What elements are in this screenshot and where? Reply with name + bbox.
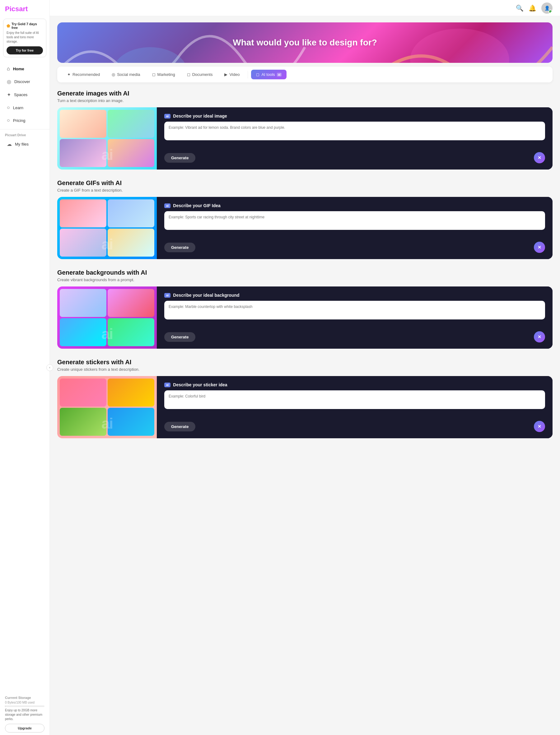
pricing-icon: ○ [7, 118, 10, 123]
gif-preview-img-3 [60, 229, 106, 257]
avatar-online-badge [548, 10, 552, 13]
video-icon: ▶ [224, 72, 227, 77]
try-gold-banner: ⬟ Try Gold 7 days free Enjoy the full su… [3, 19, 46, 57]
gif-input-label: Describe your GIF Idea [173, 203, 221, 208]
sidebar-item-my-files[interactable]: ☁ My files [2, 138, 48, 151]
sticker-ai-chip: ai [164, 382, 170, 387]
sticker-card-bottom: Generate ✕ [164, 421, 545, 432]
bg-preview-img-4 [108, 318, 154, 346]
app-logo: Picsart [0, 0, 49, 16]
tab-social-media[interactable]: ◎ Social media [107, 70, 145, 79]
sticker-preview-grid [60, 378, 154, 436]
gif-input-header: ai Describe your GIF Idea [164, 203, 545, 208]
ai-gif-card: ai ai Describe your GIF Idea Generate ✕ [57, 197, 553, 259]
avatar-initials: 👤 [544, 6, 550, 11]
discover-icon: ◎ [7, 79, 11, 85]
collapse-sidebar-button[interactable]: ‹ [46, 364, 53, 371]
preview-img-4 [108, 139, 154, 167]
storage-usage: 0 Bytes/100 MB used [5, 701, 44, 704]
avatar[interactable]: 👤 [541, 2, 553, 14]
drive-label: Picsart Drive [0, 132, 49, 138]
gif-ai-fab[interactable]: ✕ [534, 242, 545, 253]
preview-img-3 [60, 139, 106, 167]
sidebar-item-discover[interactable]: ◎ Discover [2, 75, 48, 88]
gif-prompt-input[interactable] [164, 211, 545, 230]
tab-video[interactable]: ▶ Video [219, 70, 245, 79]
try-free-button[interactable]: Try for free [7, 46, 43, 54]
ai-image-card: ai ai Describe your ideal image Generate… [57, 107, 553, 170]
marketing-icon: ◻ [152, 72, 156, 77]
bg-prompt-input[interactable] [164, 301, 545, 320]
tab-documents[interactable]: ◻ Documents [182, 70, 218, 79]
storage-bar-fill [5, 705, 5, 707]
section-heading-stickers: Generate stickers with AI [57, 359, 553, 366]
bell-icon[interactable]: 🔔 [529, 4, 536, 12]
tab-ai-tools[interactable]: ◻ AI tools ai [251, 70, 287, 79]
bg-generate-button[interactable]: Generate [164, 332, 195, 342]
upgrade-button[interactable]: Upgrade [5, 724, 44, 733]
sticker-card-preview: ai [57, 376, 157, 438]
image-generate-button[interactable]: Generate [164, 153, 195, 163]
topbar: 🔍 🔔 👤 [50, 0, 560, 16]
image-preview-grid [60, 110, 154, 167]
sticker-preview-img-4 [108, 408, 154, 436]
svg-point-1 [113, 47, 187, 63]
sticker-generate-button[interactable]: Generate [164, 422, 195, 431]
bg-card-input: ai Describe your ideal background Genera… [157, 287, 553, 349]
gif-ai-chip: ai [164, 204, 170, 208]
ai-tools-icon: ◻ [256, 72, 259, 77]
bg-ai-chip: ai [164, 293, 170, 298]
image-card-preview: ai [57, 107, 157, 170]
sticker-preview-img-1 [60, 378, 106, 406]
gif-preview-grid [60, 199, 154, 257]
sidebar-item-home[interactable]: ⌂ Home [2, 63, 48, 75]
bg-input-label: Describe your ideal background [173, 293, 239, 298]
image-input-header: ai Describe your ideal image [164, 114, 545, 119]
section-sub-images: Turn a text description into an image. [57, 98, 553, 103]
gold-icon: ⬟ [7, 24, 10, 28]
bg-card-bottom: Generate ✕ [164, 331, 545, 343]
gif-card-preview: ai [57, 197, 157, 259]
cloud-icon: ☁ [7, 141, 12, 147]
bg-input-header: ai Describe your ideal background [164, 293, 545, 298]
hero-title: What would you like to design for? [233, 38, 377, 48]
sticker-input-header: ai Describe your sticker idea [164, 382, 545, 387]
tab-marketing[interactable]: ◻ Marketing [147, 70, 180, 79]
sticker-prompt-input[interactable] [164, 390, 545, 409]
main-content: What would you like to design for? ✦ Rec… [50, 16, 560, 735]
sticker-input-label: Describe your sticker idea [173, 382, 227, 387]
logo-text: Picsart [5, 5, 28, 13]
bg-preview-grid [60, 289, 154, 346]
section-sub-stickers: Create unique stickers from a text descr… [57, 367, 553, 372]
storage-section: Current Storage 0 Bytes/100 MB used Enjo… [0, 693, 49, 735]
bg-ai-fab[interactable]: ✕ [534, 331, 545, 343]
section-sub-gifs: Create a GIF from a text description. [57, 188, 553, 193]
sidebar-item-pricing[interactable]: ○ Pricing [2, 114, 48, 127]
section-sub-backgrounds: Create vibrant backgrounds from a prompt… [57, 278, 553, 282]
sidebar-item-spaces[interactable]: ✦ Spaces [2, 88, 48, 101]
gif-preview-img-4 [108, 229, 154, 257]
gif-generate-button[interactable]: Generate [164, 243, 195, 252]
gif-card-bottom: Generate ✕ [164, 242, 545, 253]
preview-img-1 [60, 110, 106, 138]
sidebar: Picsart ⬟ Try Gold 7 days free Enjoy the… [0, 0, 50, 735]
hero-banner: What would you like to design for? [57, 22, 553, 63]
ai-chip: ai [164, 114, 170, 119]
current-storage-label: Current Storage [5, 696, 44, 700]
ai-badge: ai [277, 73, 282, 77]
tab-recommended[interactable]: ✦ Recommended [62, 70, 105, 79]
preview-img-2 [108, 110, 154, 138]
image-ai-fab[interactable]: ✕ [534, 152, 545, 163]
sidebar-item-learn[interactable]: ○ Learn [2, 101, 48, 114]
tab-divider [248, 71, 248, 78]
image-input-label: Describe your ideal image [173, 114, 227, 119]
category-tabs: ✦ Recommended ◎ Social media ◻ Marketing… [57, 67, 553, 82]
image-prompt-input[interactable] [164, 122, 545, 140]
recommended-icon: ✦ [67, 72, 71, 77]
sticker-ai-fab[interactable]: ✕ [534, 421, 545, 432]
storage-bar-bg [5, 705, 44, 707]
gif-preview-img-2 [108, 199, 154, 227]
home-icon: ⌂ [7, 66, 10, 72]
search-icon[interactable]: 🔍 [516, 4, 524, 12]
image-card-input: ai Describe your ideal image Generate ✕ [157, 107, 553, 170]
